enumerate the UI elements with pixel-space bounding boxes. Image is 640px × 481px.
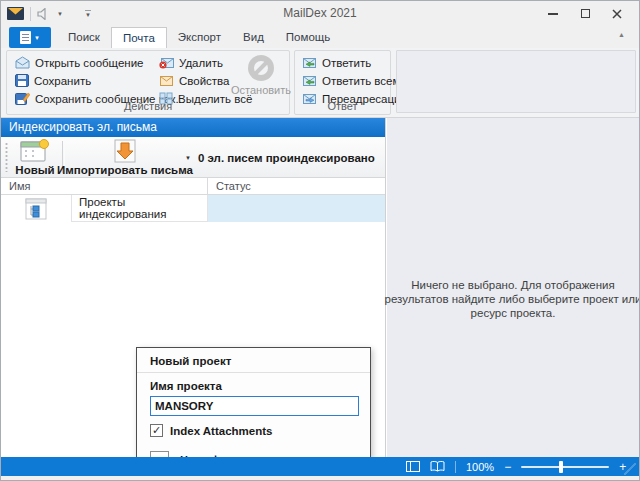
indexed-count-text: 0 эл. писем проиндексировано (198, 152, 375, 164)
window-controls (537, 1, 633, 26)
stop-icon (246, 53, 276, 83)
results-panel: Ничего не выбрано. Для отображения резул… (387, 118, 639, 457)
ribbon: Открыть сообщение Сохранить Сохранить со… (1, 48, 639, 118)
tab-search[interactable]: Поиск (57, 27, 111, 48)
project-tree-icon (24, 197, 48, 221)
indexed-count-status: ▼ 0 эл. писем проиндексировано (185, 137, 375, 178)
panel-header: Индексировать эл. письма (1, 118, 385, 137)
tab-export[interactable]: Экспорт (167, 27, 232, 48)
new-project-icon (20, 139, 50, 163)
zoom-slider-thumb[interactable] (559, 461, 563, 473)
dialog-title: Новый проект (137, 348, 370, 373)
ribbon-collapse-icon[interactable]: ▲ (618, 31, 625, 38)
column-header-name[interactable]: Имя (1, 178, 208, 194)
minimize-button[interactable] (537, 1, 569, 26)
column-header-status[interactable]: Статус (208, 178, 251, 194)
app-menu-dropdown-icon: ▼ (34, 35, 40, 41)
open-envelope-icon (15, 56, 30, 69)
row-icon-box (1, 197, 71, 221)
index-toolbar: Новый Импортировать письма ▼ 0 эл. писем… (1, 137, 385, 178)
zoom-out-button[interactable]: − (504, 461, 511, 473)
title-bar: ▼ ▼ MailDex 2021 (1, 1, 639, 26)
ribbon-empty-area (396, 50, 636, 113)
reading-view-icon[interactable] (430, 461, 445, 472)
index-attachments-label: Index Attachments (170, 425, 272, 437)
new-project-button[interactable]: Новый (11, 139, 59, 176)
reply-all-button[interactable]: Ответить всем (302, 72, 407, 89)
no-selection-message: Ничего не выбрано. Для отображения резул… (382, 278, 640, 320)
app-menu-button[interactable]: ▼ (9, 27, 51, 48)
tab-help[interactable]: Помощь (275, 27, 341, 48)
ribbon-tab-bar: ▼ Поиск Почта Экспорт Вид Помощь (1, 26, 639, 48)
project-name-input[interactable] (150, 396, 359, 416)
table-row[interactable]: Проекты индексирования (1, 195, 385, 222)
project-name-label: Имя проекта (150, 380, 357, 392)
ribbon-group-reply: Ответить Ответить всем Переадресация Отв… (294, 50, 391, 115)
main-area: Индексировать эл. письма Новый (1, 118, 639, 457)
row-status-cell[interactable] (208, 195, 385, 222)
close-button[interactable] (601, 1, 633, 26)
ribbon-group-actions: Открыть сообщение Сохранить Сохранить со… (6, 50, 290, 115)
import-mail-button[interactable]: Импортировать письма (69, 139, 181, 176)
stop-button: Остановить (232, 53, 290, 96)
reply-all-envelope-icon (302, 74, 317, 87)
delete-envelope-icon (159, 56, 174, 69)
zoom-slider[interactable] (521, 466, 609, 468)
chevron-down-icon[interactable]: ▼ (185, 155, 191, 161)
notepad-icon (20, 31, 31, 44)
table-header: Имя Статус (1, 178, 385, 195)
group-label-reply: Ответ (295, 100, 390, 112)
tab-view[interactable]: Вид (232, 27, 275, 48)
zoom-level: 100% (466, 461, 494, 473)
group-label-actions: Действия (7, 100, 289, 112)
window-bottom-border (1, 476, 639, 480)
toolbar-grip[interactable] (5, 142, 8, 172)
reply-button[interactable]: Ответить (302, 54, 407, 71)
index-attachments-row: ✓ Index Attachments (150, 424, 357, 437)
statusbar-separator (455, 461, 456, 473)
floppy-icon (15, 74, 29, 87)
app-window: ▼ ▼ MailDex 2021 ▼ Поиск Почта Экспорт В… (0, 0, 640, 481)
import-mail-icon (112, 139, 138, 163)
row-name-cell[interactable]: Проекты индексирования (71, 195, 208, 222)
tab-mail[interactable]: Почта (111, 27, 167, 48)
maximize-button[interactable] (569, 1, 601, 26)
properties-envelope-icon (159, 74, 174, 87)
status-bar: 100% − + (1, 457, 639, 476)
reply-envelope-icon (302, 56, 317, 69)
layout-view-icon[interactable] (406, 461, 420, 472)
checkbox-checked-icon[interactable]: ✓ (150, 424, 163, 437)
resize-grip[interactable] (624, 463, 636, 475)
